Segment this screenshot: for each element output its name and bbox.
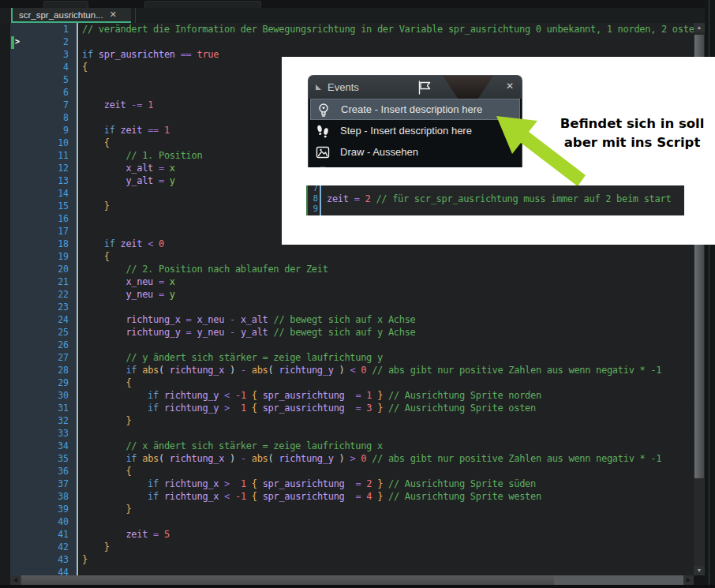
editor-tab-bar: scr_spr_ausrichtun... ✕ <box>0 8 715 23</box>
edit-position-marker: > <box>10 36 23 49</box>
code-text: { <box>77 61 88 73</box>
line-number: 42 <box>10 541 77 553</box>
events-close-icon[interactable]: ✕ <box>506 81 514 92</box>
code-line: 28 if abs( richtung_x ) - abs( richtung_… <box>10 364 694 376</box>
code-text: } <box>77 414 131 427</box>
line-number: 12 <box>10 162 77 174</box>
code-text: y_alt = y <box>77 174 175 187</box>
code-line: 2 <box>10 36 694 48</box>
code-line: 35 if abs( richtung_x ) - abs( richtung_… <box>10 452 694 465</box>
line-number: 43 <box>10 553 77 566</box>
code-line: 22 y_neu = y <box>10 288 694 301</box>
event-item-label: Step - Insert description here <box>340 125 472 137</box>
line-number: 34 <box>10 440 77 452</box>
line-number: 5 <box>10 73 77 86</box>
flag-icon <box>416 79 433 99</box>
code-line: 30 if richtung_y < -1 { spr_ausrichtung … <box>10 389 694 402</box>
code-text: // 2. Position nach ablaufen der Zeit <box>77 263 328 275</box>
line-number: 39 <box>10 503 77 515</box>
hand-icon <box>315 166 331 168</box>
line-number: 21 <box>10 275 77 288</box>
gutter-separator <box>77 23 78 575</box>
line-number: 8 <box>10 111 77 124</box>
code-text: // x ändert sich stärker = zeige laufric… <box>77 440 383 452</box>
line-number: 35 <box>10 452 77 465</box>
tab-scr-spr-ausrichtung[interactable]: scr_spr_ausrichtun... ✕ <box>11 8 131 23</box>
code-text: } <box>77 200 110 212</box>
annotation-overlay: Events ✕ <box>282 57 715 245</box>
code-line: 1// verändert die Information der Bewegu… <box>10 23 694 36</box>
code-text: if zeit == 1 <box>77 124 170 137</box>
line-number: 41 <box>10 528 77 541</box>
scroll-right-button[interactable]: ▶ <box>683 575 694 585</box>
horizontal-scrollbar-thumb[interactable] <box>21 575 554 585</box>
code-text: // verändert die Information der Bewegun… <box>77 23 694 36</box>
events-panel-title: Events <box>328 81 359 93</box>
line-number: 10 <box>10 137 77 149</box>
code-text: } <box>77 553 88 566</box>
code-text: zeit = 5 <box>77 528 170 541</box>
code-text: if abs( richtung_x ) - abs( richtung_y )… <box>77 364 661 376</box>
code-text: if richtung_x < -1 { spr_ausrichtung = 4… <box>77 490 541 503</box>
marker-arrow-icon: > <box>15 37 20 46</box>
event-item-create[interactable]: Create - Insert description here <box>310 99 520 120</box>
line-number: 9 <box>10 124 77 137</box>
code-text: x_alt = x <box>77 162 175 174</box>
code-line: 31 if richtung_y > 1 { spr_ausrichtung =… <box>10 402 694 414</box>
code-text: zeit -= 1 <box>77 99 153 111</box>
code-line: 44 <box>10 566 694 575</box>
line-number: 4 <box>10 61 77 73</box>
event-item-step[interactable]: Step - Insert description here <box>309 120 522 141</box>
note-line-2: aber mit ins Script <box>556 133 708 152</box>
snippet-gutter-separator <box>320 185 321 215</box>
line-number: 38 <box>10 490 77 503</box>
line-number: 22 <box>10 288 77 301</box>
horizontal-scrollbar[interactable]: ◀ ▶ <box>10 575 694 585</box>
gamemaker-script-editor-window: scr_spr_ausrichtun... ✕ 1// verändert di… <box>0 0 715 588</box>
annotation-note: Befindet sich in soll aber mit ins Scrip… <box>556 114 708 152</box>
event-item-label: Create - Insert description here <box>341 103 482 115</box>
line-number: 23 <box>10 301 77 313</box>
code-text: y_neu = y <box>77 288 175 301</box>
code-text: richtung_x = x_neu - x_alt // bewegt sic… <box>77 313 416 326</box>
line-number: 19 <box>10 250 77 263</box>
code-line: 40 <box>10 515 694 528</box>
picture-icon <box>315 144 331 160</box>
create-event-code-snippet: 7 8 9 zeit = 2 // für scr_spr_ausrichtun… <box>306 185 684 215</box>
tab-close-icon[interactable]: ✕ <box>110 9 117 20</box>
code-text: { <box>77 137 110 149</box>
line-number: 1 <box>10 23 77 36</box>
code-text: if richtung_y > 1 { spr_ausrichtung = 3 … <box>77 402 536 414</box>
events-list: Create - Insert description here Step - … <box>309 99 522 167</box>
code-text: richtung_y = y_neu - y_alt // bewegt sic… <box>77 326 416 339</box>
scroll-down-button[interactable]: ▼ <box>694 566 705 575</box>
code-text: { <box>77 376 131 389</box>
code-text: if spr_ausrichten == true <box>77 48 219 61</box>
code-line: 32 } <box>10 414 694 427</box>
code-line: 37 if richtung_x > 1 { spr_ausrichtung =… <box>10 478 694 490</box>
snippet-code-line: zeit = 2 // für scr_spr_ausrichtung muss… <box>327 193 671 204</box>
code-text: if zeit < 0 <box>77 238 164 250</box>
window-bottom-edge <box>0 585 715 588</box>
horizontal-scrollbar-track[interactable] <box>554 575 683 585</box>
line-number: 30 <box>10 389 77 402</box>
event-item-draw[interactable]: Draw - Aussehen <box>309 141 522 163</box>
line-number: 27 <box>10 351 77 364</box>
line-number: 32 <box>10 414 77 427</box>
code-line: 23 <box>10 301 694 313</box>
scroll-up-button[interactable]: ▲ <box>694 23 705 32</box>
collapse-triangle-icon[interactable] <box>316 84 321 90</box>
scroll-left-button[interactable]: ◀ <box>10 575 21 585</box>
line-number: 33 <box>10 427 77 440</box>
code-line: 21 x_neu = x <box>10 275 694 288</box>
code-line: 41 zeit = 5 <box>10 528 694 541</box>
line-number: 37 <box>10 478 77 490</box>
tab-divider <box>135 8 136 23</box>
code-text: } <box>77 503 131 515</box>
line-number: 6 <box>10 86 77 99</box>
line-number: 18 <box>10 238 77 250</box>
event-item-clipped[interactable] <box>309 163 522 167</box>
line-number: 7 <box>308 185 320 193</box>
line-number: 28 <box>10 364 77 376</box>
line-number: 13 <box>10 174 77 187</box>
